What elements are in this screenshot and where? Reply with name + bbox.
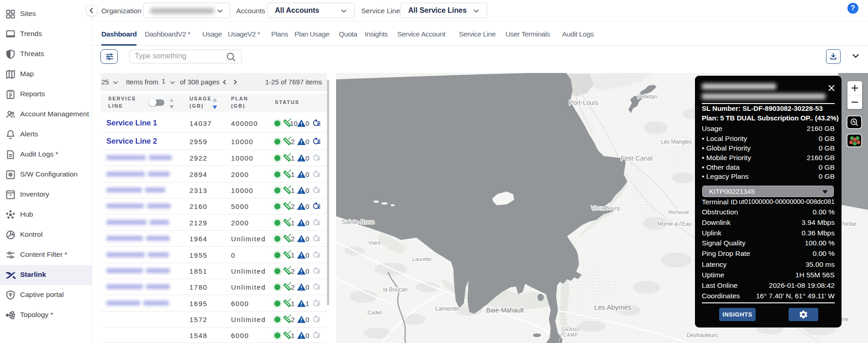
- svg-text:Deshauteurs: Deshauteurs: [687, 332, 718, 338]
- svg-text:Baie-Mahault: Baie-Mahault: [486, 307, 524, 314]
- svg-text:Les Mangles: Les Mangles: [661, 139, 692, 145]
- svg-text:Sainte-Rose: Sainte-Rose: [342, 218, 374, 225]
- svg-text:Laurette: Laurette: [412, 256, 431, 262]
- svg-text:GRAND: GRAND: [561, 327, 580, 332]
- svg-text:Petit-Canal: Petit-Canal: [621, 155, 652, 162]
- svg-text:Morne-à-l'Eau: Morne-à-l'Eau: [658, 221, 692, 227]
- svg-text:Richeval: Richeval: [668, 209, 689, 215]
- svg-text:Cadet-: Cadet-: [368, 310, 384, 315]
- svg-text:CAMP: CAMP: [563, 333, 579, 338]
- svg-text:Pelletan: Pelletan: [637, 94, 657, 100]
- svg-text:Lamentin: Lamentin: [435, 305, 459, 312]
- svg-text:la Boucan: la Boucan: [383, 286, 407, 293]
- svg-text:Les Abymes: Les Abymes: [594, 303, 631, 311]
- svg-text:Viard: Viard: [368, 240, 381, 245]
- svg-text:Porltar: Porltar: [840, 221, 856, 227]
- svg-text:Vieux Bourg: Vieux Bourg: [591, 205, 620, 211]
- svg-text:Port-Louis: Port-Louis: [569, 99, 598, 106]
